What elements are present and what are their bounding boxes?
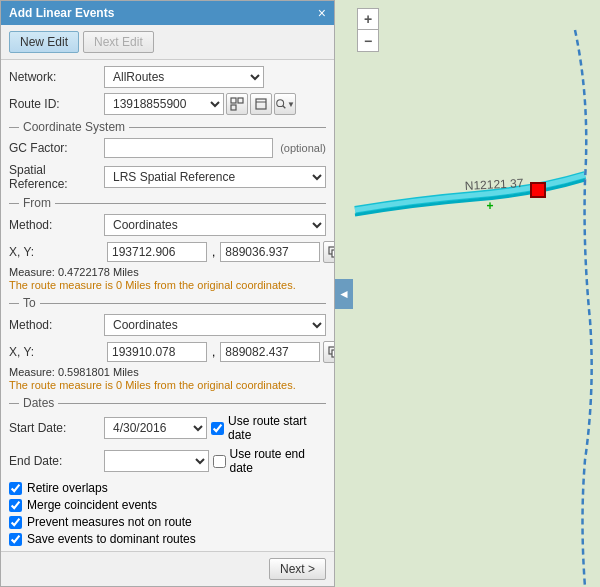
to-section-label: To (9, 296, 326, 310)
end-date-control: Use route end date (104, 447, 326, 475)
to-info: The route measure is 0 Miles from the or… (9, 379, 326, 391)
panel-title: Add Linear Events (9, 6, 114, 20)
from-y-input[interactable] (220, 242, 320, 262)
to-xy-label: X, Y: (9, 345, 104, 359)
save-dominant-checkbox[interactable] (9, 533, 22, 546)
panel-header: Add Linear Events × (1, 1, 334, 25)
map-svg: + N12121 37 (335, 0, 600, 587)
from-copy-btn[interactable] (323, 241, 334, 263)
svg-text:+: + (486, 199, 493, 213)
new-edit-button[interactable]: New Edit (9, 31, 79, 53)
spatial-ref-row: Spatial Reference: LRS Spatial Reference (9, 163, 326, 191)
next-button[interactable]: Next > (269, 558, 326, 580)
network-label: Network: (9, 70, 104, 84)
end-date-select[interactable] (104, 450, 209, 472)
from-method-row: Method: Coordinates (9, 214, 326, 236)
checkboxes-section: Retire overlaps Merge coincident events … (9, 481, 326, 546)
spatial-ref-label: Spatial Reference: (9, 163, 104, 191)
svg-rect-1 (238, 98, 243, 103)
to-measure: Measure: 0.5981801 Miles (9, 366, 326, 378)
checkbox-row-1: Retire overlaps (9, 481, 326, 495)
retire-overlaps-label: Retire overlaps (27, 481, 108, 495)
network-row: Network: AllRoutes (9, 66, 326, 88)
use-end-date-checkbox[interactable] (213, 455, 226, 468)
dates-section: Dates Start Date: 4/30/2016 Use route st… (9, 396, 326, 475)
map-nav-arrow[interactable]: ◄ (335, 279, 353, 309)
merge-coincident-label: Merge coincident events (27, 498, 157, 512)
zoom-out-button[interactable]: − (357, 30, 379, 52)
use-end-date-label: Use route end date (230, 447, 326, 475)
use-start-date-checkbox[interactable] (211, 422, 224, 435)
save-dominant-label: Save events to dominant routes (27, 532, 196, 546)
from-x-input[interactable] (107, 242, 207, 262)
route-id-row: Route ID: 13918855900 (9, 93, 326, 115)
from-method-label: Method: (9, 218, 104, 232)
use-start-date-label: Use route start date (228, 414, 326, 442)
dates-section-label: Dates (9, 396, 326, 410)
checkbox-row-2: Merge coincident events (9, 498, 326, 512)
spatial-ref-control: LRS Spatial Reference (104, 166, 326, 188)
from-xy-label: X, Y: (9, 245, 104, 259)
route-id-btn2[interactable] (250, 93, 272, 115)
end-date-row: End Date: Use route end date (9, 447, 326, 475)
to-copy-btn[interactable] (323, 341, 334, 363)
to-y-input[interactable] (220, 342, 320, 362)
svg-rect-2 (231, 105, 236, 110)
checkbox-row-4: Save events to dominant routes (9, 532, 326, 546)
svg-rect-8 (332, 250, 334, 257)
coord-system-label: Coordinate System (9, 120, 326, 134)
panel-footer: Next > (1, 551, 334, 586)
start-date-row: Start Date: 4/30/2016 Use route start da… (9, 414, 326, 442)
nav-arrow-icon: ◄ (338, 287, 350, 301)
next-edit-button: Next Edit (83, 31, 154, 53)
svg-rect-23 (531, 183, 545, 197)
to-method-label: Method: (9, 318, 104, 332)
to-method-control: Coordinates (104, 314, 326, 336)
start-date-control: 4/30/2016 Use route start date (104, 414, 326, 442)
start-date-select[interactable]: 4/30/2016 (104, 417, 207, 439)
panel-content: Network: AllRoutes Route ID: 13918855900 (1, 60, 334, 551)
to-comma: , (212, 345, 215, 359)
network-control: AllRoutes (104, 66, 326, 88)
from-comma: , (212, 245, 215, 259)
from-method-control: Coordinates (104, 214, 326, 236)
map-zoom-controls: + − (357, 8, 379, 52)
to-method-select[interactable]: Coordinates (104, 314, 326, 336)
to-xy-row: X, Y: , (9, 341, 326, 363)
from-section-label: From (9, 196, 326, 210)
zoom-in-button[interactable]: + (357, 8, 379, 30)
gc-factor-control: (optional) (104, 138, 326, 158)
checkbox-row-3: Prevent measures not on route (9, 515, 326, 529)
map-panel: + N12121 37 ◄ + − (335, 0, 600, 587)
to-method-row: Method: Coordinates (9, 314, 326, 336)
prevent-measures-checkbox[interactable] (9, 516, 22, 529)
from-method-select[interactable]: Coordinates (104, 214, 326, 236)
route-id-select[interactable]: 13918855900 (104, 93, 224, 115)
route-id-label: Route ID: (9, 97, 104, 111)
optional-text: (optional) (280, 142, 326, 154)
svg-rect-21 (335, 0, 600, 587)
spatial-ref-select[interactable]: LRS Spatial Reference (104, 166, 326, 188)
to-section: To Method: Coordinates X, Y: , (9, 296, 326, 391)
route-id-inputs: 13918855900 ▼ (104, 93, 326, 115)
svg-rect-0 (231, 98, 236, 103)
svg-point-5 (277, 100, 284, 107)
from-section: From Method: Coordinates X, Y: , (9, 196, 326, 291)
to-x-input[interactable] (107, 342, 207, 362)
end-date-label: End Date: (9, 454, 104, 468)
retire-overlaps-checkbox[interactable] (9, 482, 22, 495)
from-xy-row: X, Y: , (9, 241, 326, 263)
panel-toolbar: New Edit Next Edit (1, 25, 334, 60)
network-select[interactable]: AllRoutes (104, 66, 264, 88)
close-button[interactable]: × (318, 6, 326, 20)
gc-factor-input[interactable] (104, 138, 273, 158)
from-measure: Measure: 0.4722178 Miles (9, 266, 326, 278)
left-panel: Add Linear Events × New Edit Next Edit N… (0, 0, 335, 587)
svg-rect-15 (332, 350, 334, 357)
route-id-btn3[interactable]: ▼ (274, 93, 296, 115)
route-id-control: 13918855900 ▼ (104, 93, 326, 115)
svg-rect-3 (256, 99, 266, 109)
coord-system-section: Coordinate System GC Factor: (optional) … (9, 120, 326, 191)
route-id-btn1[interactable] (226, 93, 248, 115)
merge-coincident-checkbox[interactable] (9, 499, 22, 512)
